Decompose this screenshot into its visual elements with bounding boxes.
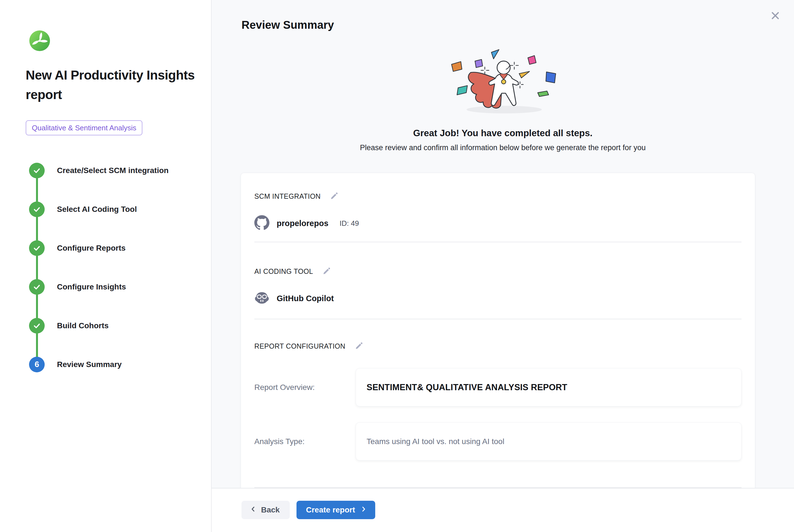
step-select-ai-coding-tool[interactable]: Select AI Coding Tool [29, 202, 200, 217]
edit-scm-integration-button[interactable] [329, 191, 340, 202]
back-button[interactable]: Back [242, 501, 290, 519]
step-label: Configure Reports [57, 244, 126, 253]
step-complete-check-icon [29, 202, 45, 217]
scm-integration-name: propelorepos [277, 219, 328, 228]
step-complete-check-icon [29, 318, 45, 334]
report-overview-value: SENTIMENT& QUALITATIVE ANALYSIS REPORT [356, 368, 741, 406]
section-divider [254, 487, 741, 488]
github-copilot-icon [254, 290, 269, 306]
step-label: Select AI Coding Tool [57, 205, 137, 214]
github-octocat-icon [254, 215, 269, 231]
report-configuration-section-header: REPORT CONFIGURATION [254, 341, 741, 352]
main-panel: Review Summary [212, 0, 794, 532]
scm-integration-row: propelorepos ID: 49 [254, 214, 741, 232]
pencil-icon [329, 197, 339, 202]
step-number-badge: 6 [29, 357, 45, 372]
close-button[interactable] [769, 10, 782, 22]
superhero-confetti-illustration [437, 46, 568, 116]
edit-report-configuration-button[interactable] [354, 341, 364, 352]
wizard-footer: Back Create report [212, 488, 794, 532]
create-report-button-label: Create report [306, 506, 355, 514]
step-label: Configure Insights [57, 283, 126, 291]
analysis-type-value: Teams using AI tool vs. not using AI too… [356, 422, 741, 460]
step-number: 6 [35, 360, 39, 369]
step-review-summary[interactable]: 6 Review Summary [29, 357, 200, 372]
scm-integration-section-header: SCM INTEGRATION [254, 191, 741, 202]
congrats-heading: Great Job! You have completed all steps. [212, 128, 794, 138]
pencil-icon [322, 272, 332, 277]
section-divider [254, 319, 741, 319]
analysis-type-row: Analysis Type: Teams using AI tool vs. n… [254, 422, 741, 460]
pencil-icon [354, 347, 364, 352]
ai-coding-tool-label: AI CODING TOOL [254, 267, 313, 276]
ai-coding-tool-row: GitHub Copilot [254, 289, 741, 307]
back-button-label: Back [261, 506, 280, 514]
wizard-sidebar: New AI Productivity Insights report Qual… [0, 0, 212, 532]
report-overview-row: Report Overview: SENTIMENT& QUALITATIVE … [254, 368, 741, 406]
wizard-stepper: Create/Select SCM integration Select AI … [29, 163, 200, 372]
scm-integration-label: SCM INTEGRATION [254, 192, 321, 201]
celebration-illustration [212, 46, 794, 117]
ai-coding-tool-name: GitHub Copilot [277, 294, 334, 303]
congrats-subheading: Please review and confirm all informatio… [212, 144, 794, 152]
step-label: Review Summary [57, 360, 122, 369]
create-report-button[interactable]: Create report [297, 501, 375, 519]
edit-ai-coding-tool-button[interactable] [321, 266, 332, 277]
report-configuration-label: REPORT CONFIGURATION [254, 342, 345, 350]
scm-integration-id: ID: 49 [340, 219, 359, 228]
report-title: New AI Productivity Insights report [26, 65, 200, 104]
page-title: Review Summary [242, 19, 794, 31]
report-overview-label: Report Overview: [254, 383, 356, 392]
chevron-left-icon [250, 506, 257, 514]
section-divider [254, 242, 741, 242]
chevron-right-icon [360, 506, 367, 514]
analysis-type-label: Analysis Type: [254, 437, 356, 446]
review-summary-scroll-area[interactable]: Review Summary [212, 0, 794, 488]
step-configure-insights[interactable]: Configure Insights [29, 279, 200, 295]
ai-coding-tool-section-header: AI CODING TOOL [254, 266, 741, 277]
step-complete-check-icon [29, 163, 45, 178]
analysis-type-badge: Qualitative & Sentiment Analysis [26, 120, 143, 135]
step-build-cohorts[interactable]: Build Cohorts [29, 318, 200, 334]
propeller-logo-icon [29, 30, 50, 51]
summary-card: SCM INTEGRATION propelorepos ID: 49 AI C… [241, 173, 755, 488]
close-icon [770, 10, 781, 22]
step-label: Create/Select SCM integration [57, 166, 169, 175]
step-complete-check-icon [29, 240, 45, 256]
step-configure-reports[interactable]: Configure Reports [29, 240, 200, 256]
step-label: Build Cohorts [57, 321, 109, 330]
step-complete-check-icon [29, 279, 45, 295]
step-create-select-scm-integration[interactable]: Create/Select SCM integration [29, 163, 200, 178]
